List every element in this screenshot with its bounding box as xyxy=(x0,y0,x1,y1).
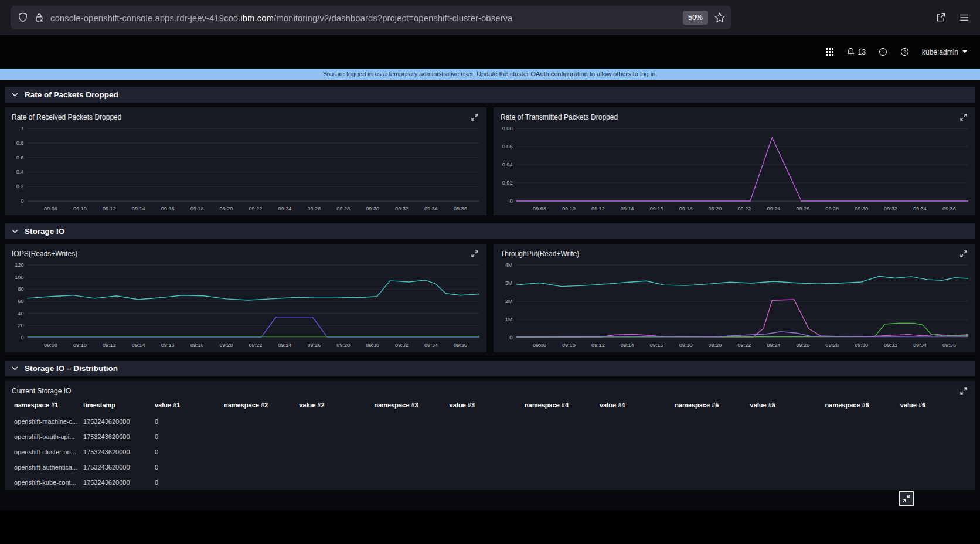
lock-warning-icon[interactable] xyxy=(34,12,45,23)
table-cell xyxy=(896,414,971,429)
table-cell xyxy=(219,460,294,475)
chevron-down-icon xyxy=(12,366,18,370)
expand-button[interactable] xyxy=(959,113,968,122)
banner-text-after: to allow others to log in. xyxy=(588,70,658,77)
svg-text:09:14: 09:14 xyxy=(621,206,634,212)
zoom-badge[interactable]: 50% xyxy=(683,11,708,25)
section-storage-io[interactable]: Storage IO xyxy=(5,223,975,239)
table-cell xyxy=(294,414,369,429)
section-storage-io-distribution[interactable]: Storage IO – Distribution xyxy=(5,361,975,376)
column-header: namespace #4 xyxy=(520,397,595,414)
expand-button[interactable] xyxy=(470,249,479,259)
svg-text:120: 120 xyxy=(15,262,23,268)
table-cell xyxy=(520,429,595,444)
url-text[interactable]: console-openshift-console.apps.rdr-jeev-… xyxy=(50,13,677,23)
notifications-button[interactable]: 13 xyxy=(846,47,866,56)
svg-text:09:32: 09:32 xyxy=(884,206,897,212)
table-cell xyxy=(445,460,520,475)
table-cell: openshift-cluster-no... xyxy=(9,444,79,460)
expand-button[interactable] xyxy=(959,249,968,259)
table-cell xyxy=(821,475,896,490)
svg-text:09:32: 09:32 xyxy=(884,342,897,348)
svg-text:0: 0 xyxy=(21,198,23,204)
table-cell: 0 xyxy=(150,460,219,475)
svg-text:09:12: 09:12 xyxy=(591,342,605,348)
svg-text:09:34: 09:34 xyxy=(424,206,438,212)
table-cell: openshift-kube-cont... xyxy=(9,475,79,490)
svg-text:0: 0 xyxy=(509,335,512,341)
svg-text:09:24: 09:24 xyxy=(278,342,291,348)
table-cell xyxy=(670,429,745,444)
table-cell xyxy=(595,414,670,429)
chevron-down-icon xyxy=(12,229,18,233)
column-header: namespace #2 xyxy=(219,397,294,414)
svg-text:09:28: 09:28 xyxy=(825,206,839,212)
column-header: namespace #3 xyxy=(369,397,444,414)
svg-text:09:14: 09:14 xyxy=(132,206,145,212)
url-domain: ibm.com xyxy=(240,13,274,23)
table-cell xyxy=(369,475,444,490)
table-cell xyxy=(896,460,971,475)
table-cell: openshift-oauth-api... xyxy=(9,429,79,444)
svg-text:09:10: 09:10 xyxy=(562,206,576,212)
svg-text:09:08: 09:08 xyxy=(533,342,546,348)
svg-text:09:16: 09:16 xyxy=(650,206,663,212)
svg-text:09:20: 09:20 xyxy=(220,342,233,348)
menu-icon[interactable] xyxy=(959,12,969,23)
table-cell xyxy=(670,444,745,460)
svg-text:09:24: 09:24 xyxy=(278,206,291,212)
svg-text:0.4: 0.4 xyxy=(16,169,24,175)
table-cell xyxy=(595,475,670,490)
table-cell xyxy=(821,414,896,429)
svg-text:0: 0 xyxy=(21,335,23,341)
throughput-chart: 01M2M3M4M09:0809:1009:1209:1409:1609:180… xyxy=(494,260,975,352)
svg-text:09:32: 09:32 xyxy=(395,206,409,212)
svg-text:1M: 1M xyxy=(505,317,513,322)
table-cell xyxy=(445,414,520,429)
bookmark-star-icon[interactable] xyxy=(714,12,726,23)
svg-text:09:14: 09:14 xyxy=(132,342,145,348)
table-cell xyxy=(896,444,971,460)
column-header: value #1 xyxy=(150,397,219,414)
user-menu[interactable]: kube:admin xyxy=(922,48,967,56)
compress-screen-button[interactable] xyxy=(899,491,914,506)
svg-text:09:30: 09:30 xyxy=(366,206,379,212)
card-title: IOPS(Reads+Writes) xyxy=(12,250,77,258)
oauth-config-link[interactable]: cluster OAuth configuration xyxy=(510,70,588,77)
column-header: value #6 xyxy=(896,397,971,414)
svg-text:09:20: 09:20 xyxy=(220,206,233,212)
table-cell: 1753243620000 xyxy=(79,460,150,475)
svg-text:09:24: 09:24 xyxy=(767,206,780,212)
shield-icon[interactable] xyxy=(18,12,28,23)
table-cell xyxy=(670,460,745,475)
expand-button[interactable] xyxy=(470,113,479,122)
app-launcher-icon[interactable] xyxy=(826,48,833,56)
card-title: Rate of Transmitted Packets Dropped xyxy=(501,113,618,121)
svg-text:0.06: 0.06 xyxy=(502,144,513,149)
svg-text:09:32: 09:32 xyxy=(395,342,409,348)
section-rate-of-packets-dropped[interactable]: Rate of Packets Dropped xyxy=(5,87,975,103)
table-cell: 1753243620000 xyxy=(79,429,150,444)
masthead: 13 ? kube:admin xyxy=(0,35,980,69)
svg-text:09:26: 09:26 xyxy=(796,342,809,348)
table-cell: 1753243620000 xyxy=(79,475,150,490)
expand-icon xyxy=(471,250,478,257)
table-cell xyxy=(294,429,369,444)
import-yaml-icon[interactable] xyxy=(879,47,887,56)
section-title: Storage IO – Distribution xyxy=(25,364,118,373)
table-cell xyxy=(896,475,971,490)
card-title: ThroughPut(Read+Write) xyxy=(501,250,579,258)
svg-text:09:18: 09:18 xyxy=(190,342,204,348)
help-icon[interactable]: ? xyxy=(900,47,909,56)
banner-text-before: You are logged in as a temporary adminis… xyxy=(323,70,510,77)
share-icon[interactable] xyxy=(935,12,946,23)
url-bar[interactable]: console-openshift-console.apps.rdr-jeev-… xyxy=(11,6,731,29)
table-cell xyxy=(520,414,595,429)
transmitted-packets-chart: 00.020.040.060.0809:0809:1009:1209:1409:… xyxy=(494,124,975,215)
card-title: Current Storage IO xyxy=(12,387,71,395)
storage-table-body: openshift-machine-c...17532436200000open… xyxy=(5,414,975,490)
svg-text:09:36: 09:36 xyxy=(454,206,467,212)
expand-button[interactable] xyxy=(959,386,968,396)
svg-text:09:36: 09:36 xyxy=(942,342,956,348)
section-title: Storage IO xyxy=(25,227,64,236)
